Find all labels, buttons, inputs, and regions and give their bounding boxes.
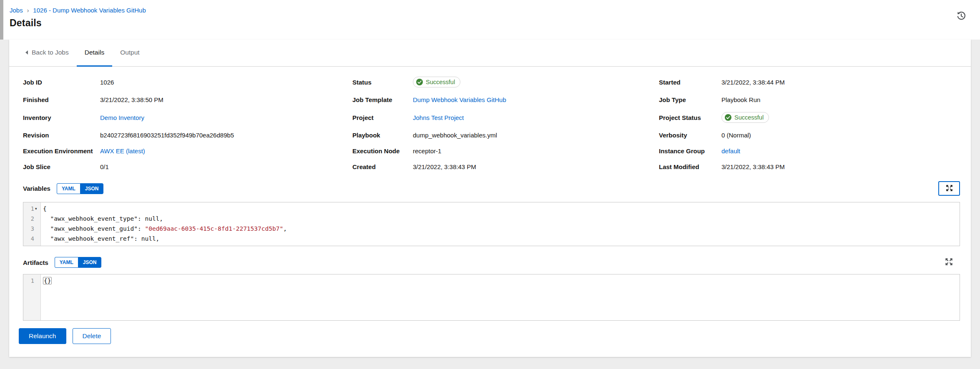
code-line: 1 ▾ {}: [23, 276, 960, 286]
field-label: Job Template: [352, 96, 413, 103]
code-line-text: "awx_webhook_event_ref": null,: [41, 234, 159, 244]
page-title: Details: [10, 17, 980, 29]
field-value: 1026: [100, 79, 352, 86]
details-grid: Job ID 1026 Status Successful Started 3/…: [23, 77, 960, 170]
variables-editor[interactable]: 1 ▾ { 2 ▾ "awx_webhook_event_type": null…: [23, 202, 960, 246]
check-circle-icon: [416, 79, 423, 85]
tab-label: Output: [120, 49, 140, 56]
code-line-text: {}: [41, 276, 52, 286]
line-number: 2: [31, 214, 34, 224]
code-line: 2 ▾ "awx_webhook_event_type": null,: [23, 214, 960, 224]
field-value: b2402723f6816903251fd352f949b70ea26d89b5: [100, 132, 352, 139]
variables-section-head: Variables YAML JSON: [23, 181, 960, 196]
expand-arrows-icon: [945, 258, 953, 267]
field-value: 3/21/2022, 3:38:43 PM: [413, 163, 659, 170]
scrollbar-edge: [0, 0, 3, 40]
field-value-link[interactable]: Johns Test Project: [413, 114, 659, 121]
check-circle-icon: [725, 114, 731, 121]
code-line: 5 ▾ "awx_webhook_event_status_api": null…: [23, 244, 960, 246]
variables-json-toggle[interactable]: JSON: [80, 183, 104, 194]
breadcrumb-jobs-link[interactable]: Jobs: [10, 7, 23, 14]
artifacts-json-toggle[interactable]: JSON: [78, 257, 102, 268]
field-value: Successful: [721, 112, 960, 123]
field-label: Job ID: [23, 79, 100, 86]
field-label: Playbook: [352, 132, 413, 139]
field-value: 3/21/2022, 3:38:43 PM: [721, 163, 960, 170]
field-label: Revision: [23, 132, 100, 139]
status-badge-label: Successful: [734, 114, 764, 121]
back-arrow-icon: [25, 50, 28, 55]
field-label: Project: [352, 114, 413, 121]
code-line-text: "awx_webhook_event_status_api": null,: [41, 244, 185, 246]
artifacts-expand-button[interactable]: [944, 258, 953, 267]
field-value: 0/1: [100, 163, 352, 170]
field-label: Last Modified: [659, 163, 721, 170]
code-line-text: "awx_webhook_event_guid": "0ed69aac-6035…: [41, 224, 287, 234]
field-label: Instance Group: [659, 147, 721, 155]
field-label: Inventory: [23, 114, 100, 121]
code-line: 4 ▾ "awx_webhook_event_ref": null,: [23, 234, 960, 244]
line-number: 3: [31, 224, 34, 234]
tab-back-to-jobs[interactable]: Back to Jobs: [18, 40, 77, 67]
variables-yaml-toggle[interactable]: YAML: [57, 183, 80, 194]
field-value-link[interactable]: AWX EE (latest): [100, 147, 352, 155]
artifacts-label: Artifacts: [23, 259, 48, 266]
field-label: Finished: [23, 96, 100, 103]
field-value: 3/21/2022, 3:38:44 PM: [721, 79, 960, 86]
breadcrumb-job-link[interactable]: 1026 - Dump Webhook Variables GitHub: [33, 7, 146, 14]
history-button[interactable]: [955, 10, 967, 22]
delete-button[interactable]: Delete: [73, 328, 111, 344]
field-value-link[interactable]: default: [721, 147, 960, 155]
field-label: Job Slice: [23, 163, 100, 170]
artifacts-section-head: Artifacts YAML JSON: [23, 257, 960, 268]
field-label: Project Status: [659, 114, 721, 121]
field-label: Status: [352, 79, 413, 86]
fold-arrow-icon[interactable]: ▾: [35, 204, 39, 214]
field-value-link[interactable]: Demo Inventory: [100, 114, 352, 121]
line-number: 1: [31, 204, 34, 214]
tab-label: Details: [85, 49, 104, 56]
field-value: 0 (Normal): [721, 132, 960, 139]
job-details-card: Back to Jobs Details Output Job ID 1026 …: [9, 40, 971, 357]
field-value: Playbook Run: [721, 96, 960, 103]
field-value: receptor-1: [413, 147, 659, 155]
code-line: 3 ▾ "awx_webhook_event_guid": "0ed69aac-…: [23, 224, 960, 234]
field-label: Created: [352, 163, 413, 170]
code-line-text: {: [41, 204, 47, 214]
variables-format-toggle: YAML JSON: [57, 183, 104, 194]
artifacts-format-toggle: YAML JSON: [55, 257, 102, 268]
artifacts-editor[interactable]: 1 ▾ {}: [23, 274, 960, 321]
tab-details[interactable]: Details: [77, 40, 112, 67]
relaunch-button[interactable]: Relaunch: [19, 328, 66, 344]
field-label: Started: [659, 79, 721, 86]
line-number: 4: [31, 234, 34, 244]
status-badge-label: Successful: [426, 79, 455, 85]
status-badge: Successful: [413, 77, 460, 87]
history-icon: [956, 16, 967, 22]
code-line-text: "awx_webhook_event_type": null,: [41, 214, 163, 224]
breadcrumb: Jobs › 1026 - Dump Webhook Variables Git…: [10, 7, 980, 14]
variables-editor-lines: 1 ▾ { 2 ▾ "awx_webhook_event_type": null…: [23, 202, 960, 246]
field-label: Execution Node: [352, 147, 413, 155]
breadcrumb-separator-icon: ›: [27, 7, 29, 14]
field-value-link[interactable]: Dump Webhook Variables GitHub: [413, 96, 659, 103]
action-buttons: Relaunch Delete: [19, 328, 960, 344]
tab-output[interactable]: Output: [112, 40, 148, 67]
line-number: 5: [31, 244, 34, 246]
tab-bar: Back to Jobs Details Output: [9, 40, 971, 67]
artifacts-yaml-toggle[interactable]: YAML: [55, 257, 78, 268]
line-number: 1: [31, 276, 34, 286]
page-header: Jobs › 1026 - Dump Webhook Variables Git…: [0, 0, 980, 40]
expand-arrows-icon: [946, 184, 953, 193]
variables-label: Variables: [23, 185, 50, 192]
field-label: Execution Environment: [23, 147, 100, 155]
field-value: 3/21/2022, 3:38:50 PM: [100, 96, 352, 103]
field-value: dump_webhook_variables.yml: [413, 132, 659, 139]
tab-label: Back to Jobs: [32, 49, 69, 56]
variables-expand-button[interactable]: [938, 181, 960, 196]
field-value: Successful: [413, 77, 659, 87]
code-line: 1 ▾ {: [23, 204, 960, 214]
field-label: Verbosity: [659, 132, 721, 139]
field-label: Job Type: [659, 96, 721, 103]
artifacts-editor-lines: 1 ▾ {}: [23, 274, 960, 286]
